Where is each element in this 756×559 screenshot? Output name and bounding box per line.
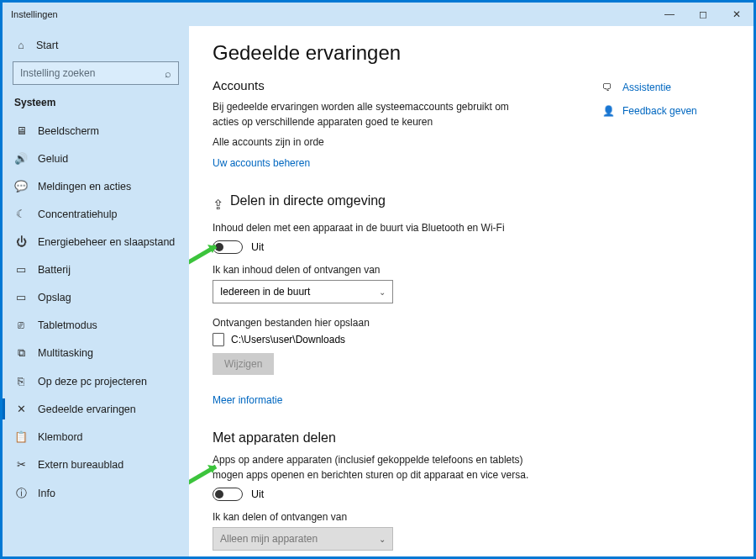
devices-toggle-label: Uit: [251, 488, 264, 500]
nearby-share-label: Ik kan inhoud delen of ontvangen van: [213, 264, 720, 276]
main-content: Gedeelde ervaringen Accounts Bij gedeeld…: [189, 26, 753, 556]
sidebar-item-label: Energiebeheer en slaapstand: [38, 236, 175, 248]
nearby-share-select[interactable]: Iedereen in de buurt ⌄: [213, 280, 393, 303]
nearby-toggle-label: Uit: [251, 241, 264, 253]
more-info-link[interactable]: Meer informatie: [213, 394, 282, 406]
home-label: Start: [36, 40, 58, 51]
sidebar-item-label: Extern bureaublad: [38, 459, 123, 471]
nearby-desc: Inhoud delen met een apparaat in de buur…: [213, 220, 532, 235]
sidebar-item-icon: ✂: [14, 458, 28, 471]
devices-heading: Met apparaten delen: [213, 430, 720, 446]
sidebar-item-label: Op deze pc projecteren: [38, 376, 147, 388]
change-button: Wijzigen: [213, 353, 274, 375]
sidebar-item-label: Gedeelde ervaringen: [38, 403, 136, 415]
home-icon: ⌂: [14, 40, 28, 51]
devices-share-value: Alleen mijn apparaten: [220, 533, 318, 545]
help-icon: 🗨: [602, 82, 616, 93]
sidebar-item-icon: 💬: [14, 180, 28, 192]
sidebar-item-label: Opslag: [38, 292, 71, 303]
sidebar-section: Systeem: [3, 97, 189, 117]
sidebar-item-icon: ▭: [14, 263, 28, 276]
sidebar-item-label: Info: [38, 488, 55, 499]
sidebar-item-8[interactable]: ⧉Multitasking: [3, 339, 189, 367]
page-title: Gedeelde ervaringen: [213, 41, 720, 65]
accounts-status: Alle accounts zijn in orde: [213, 134, 532, 150]
sidebar-item-4[interactable]: ⏻Energiebeheer en slaapstand: [3, 228, 189, 256]
search-icon: ⌕: [165, 67, 171, 80]
sidebar-item-6[interactable]: ▭Opslag: [3, 283, 189, 311]
devices-share-label: Ik kan delen of ontvangen van: [213, 511, 720, 523]
feedback-link[interactable]: 👤 Feedback geven: [602, 105, 728, 117]
chevron-down-icon: ⌄: [379, 535, 386, 544]
sidebar-item-label: Tabletmodus: [38, 319, 97, 331]
sidebar-item-7[interactable]: ⎚Tabletmodus: [3, 311, 189, 339]
sidebar-item-12[interactable]: ✂Extern bureaublad: [3, 451, 189, 478]
sidebar-item-icon: ⧉: [14, 346, 28, 360]
sidebar-item-3[interactable]: ☾Concentratiehulp: [3, 200, 189, 228]
sidebar-item-icon: ☾: [14, 208, 28, 220]
sidebar-item-icon: 🔊: [14, 152, 28, 165]
sidebar-item-1[interactable]: 🔊Geluid: [3, 145, 189, 172]
window-title: Instellingen: [11, 9, 58, 19]
maximize-button[interactable]: ◻: [686, 3, 720, 26]
sidebar-item-icon: ⎚: [14, 319, 28, 331]
search-input-wrap[interactable]: ⌕: [13, 61, 179, 85]
sidebar-item-10[interactable]: ✕Gedeelde ervaringen: [3, 395, 189, 423]
nearby-heading: Delen in directe omgeving: [230, 193, 386, 208]
sidebar: ⌂ Start ⌕ Systeem 🖥Beeldscherm🔊Geluid💬Me…: [3, 26, 189, 556]
chevron-down-icon: ⌄: [379, 287, 386, 297]
sidebar-item-label: Beeldscherm: [38, 125, 99, 137]
sidebar-item-icon: 📋: [14, 430, 28, 443]
sidebar-item-11[interactable]: 📋Klembord: [3, 423, 189, 451]
help-label: Assistentie: [622, 82, 671, 93]
sidebar-item-0[interactable]: 🖥Beeldscherm: [3, 117, 189, 145]
sidebar-item-label: Klembord: [38, 431, 83, 443]
sidebar-item-icon: ⓘ: [14, 486, 28, 501]
sidebar-item-13[interactable]: ⓘInfo: [3, 478, 189, 509]
minimize-button[interactable]: —: [653, 3, 686, 26]
manage-accounts-link[interactable]: Uw accounts beheren: [213, 157, 310, 169]
sidebar-item-2[interactable]: 💬Meldingen en acties: [3, 172, 189, 200]
help-pane: 🗨 Assistentie 👤 Feedback geven: [602, 82, 728, 129]
nearby-save-path: C:\Users\user\Downloads: [231, 334, 345, 345]
share-icon: ⇪: [213, 197, 223, 213]
devices-toggle[interactable]: [213, 488, 243, 501]
devices-desc: Apps op andere apparaten (inclusief geko…: [213, 452, 532, 483]
nearby-save-label: Ontvangen bestanden hier opslaan: [213, 317, 720, 329]
home-link[interactable]: ⌂ Start: [3, 34, 189, 61]
sidebar-item-label: Geluid: [38, 153, 68, 165]
help-link[interactable]: 🗨 Assistentie: [602, 82, 728, 93]
nearby-share-value: Iedereen in de buurt: [220, 286, 310, 298]
search-input[interactable]: [20, 67, 165, 79]
nearby-toggle[interactable]: [213, 240, 243, 254]
sidebar-item-icon: ⏻: [14, 235, 28, 248]
sidebar-item-9[interactable]: ⎘Op deze pc projecteren: [3, 367, 189, 395]
sidebar-item-5[interactable]: ▭Batterij: [3, 256, 189, 283]
titlebar: Instellingen — ◻ ✕: [3, 3, 753, 26]
sidebar-item-icon: ✕: [14, 403, 28, 415]
sidebar-item-label: Batterij: [38, 264, 71, 276]
feedback-label: Feedback geven: [622, 105, 697, 117]
sidebar-item-label: Multitasking: [38, 347, 93, 359]
sidebar-item-icon: ⎘: [14, 375, 28, 388]
sidebar-item-label: Meldingen en acties: [38, 181, 131, 192]
close-button[interactable]: ✕: [720, 3, 753, 26]
devices-share-select: Alleen mijn apparaten ⌄: [213, 527, 393, 551]
sidebar-item-icon: 🖥: [14, 124, 28, 137]
accounts-desc: Bij gedeelde ervaringen worden alle syst…: [213, 99, 532, 129]
feedback-icon: 👤: [602, 105, 616, 117]
sidebar-item-icon: ▭: [14, 291, 28, 303]
folder-icon: [213, 333, 224, 346]
sidebar-item-label: Concentratiehulp: [38, 208, 118, 220]
